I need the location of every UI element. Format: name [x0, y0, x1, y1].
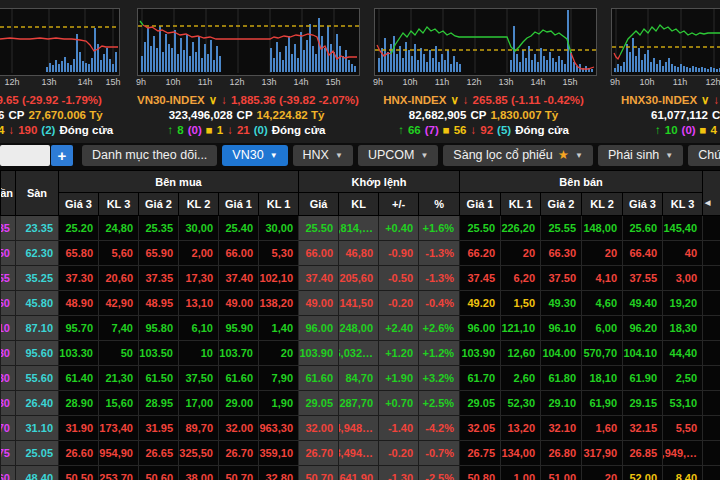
match-cell[interactable]: +3.2%	[419, 366, 460, 391]
bid-cell[interactable]: 42,90	[99, 291, 139, 316]
ask-cell[interactable]: 37.50	[541, 266, 582, 291]
ask-cell[interactable]: 6,00	[582, 316, 623, 341]
match-cell[interactable]: -1.3%	[419, 241, 460, 266]
ask-cell[interactable]: 134,00	[501, 441, 541, 466]
ask-cell[interactable]: 8,40	[663, 466, 703, 480]
match-cell[interactable]: +2.5%	[419, 391, 460, 416]
bid-cell[interactable]: 61.40	[59, 366, 99, 391]
bid-cell[interactable]: 48.95	[139, 291, 179, 316]
bid-cell[interactable]: 31.95	[139, 416, 179, 441]
bid-cell[interactable]: 25.35	[139, 216, 179, 241]
ask-cell[interactable]: 53,10	[663, 391, 703, 416]
match-cell[interactable]: +2.40	[379, 316, 419, 341]
ask-cell[interactable]: 52,30	[501, 391, 541, 416]
ask-cell[interactable]: 19,20	[663, 291, 703, 316]
bid-cell[interactable]: 20	[259, 341, 299, 366]
ask-cell[interactable]: 226,20	[501, 216, 541, 241]
match-cell[interactable]: +0.70	[379, 391, 419, 416]
ask-cell[interactable]: 25.60	[623, 216, 663, 241]
bid-cell[interactable]: 26.70	[219, 441, 259, 466]
chevron-down-icon[interactable]: ∨	[450, 94, 458, 106]
match-cell[interactable]: 61.60	[299, 366, 339, 391]
bid-cell[interactable]: 7,90	[259, 366, 299, 391]
match-cell[interactable]: 84,70	[339, 366, 379, 391]
bid-cell[interactable]: 28.95	[139, 391, 179, 416]
ask-cell[interactable]: 49.20	[460, 291, 501, 316]
ask-cell[interactable]: 26.80	[541, 441, 582, 466]
ask-cell[interactable]: 61.90	[623, 366, 663, 391]
ask-cell[interactable]: 13,20	[501, 416, 541, 441]
ask-cell[interactable]: 4,10	[582, 266, 623, 291]
ask-cell[interactable]: 44,40	[663, 341, 703, 366]
ask-cell[interactable]: 1,949,…	[663, 441, 703, 466]
chevron-down-icon[interactable]: ∨	[701, 94, 709, 106]
ask-cell[interactable]: 32.15	[623, 416, 663, 441]
ask-cell[interactable]: 51.00	[541, 466, 582, 480]
bid-cell[interactable]: 29.00	[219, 391, 259, 416]
match-cell[interactable]: -1.30	[379, 466, 419, 480]
bid-cell[interactable]: 359,10	[259, 441, 299, 466]
match-cell[interactable]: 49.00	[299, 291, 339, 316]
match-cell[interactable]: 641,90	[339, 466, 379, 480]
ask-cell[interactable]: 32.05	[460, 416, 501, 441]
match-cell[interactable]: 26.70	[299, 441, 339, 466]
match-cell[interactable]: +1.2%	[419, 341, 460, 366]
tab-s-ng-l-c-c-phi-u[interactable]: Sàng lọc cổ phiếu★▼	[443, 145, 593, 166]
match-cell[interactable]: -0.20	[379, 291, 419, 316]
match-cell[interactable]: -1.40	[379, 416, 419, 441]
bid-cell[interactable]: 138,20	[259, 291, 299, 316]
bid-cell[interactable]: 48.90	[59, 291, 99, 316]
match-cell[interactable]: 287,70	[339, 391, 379, 416]
match-cell[interactable]: 3,494…	[339, 441, 379, 466]
bid-cell[interactable]: 61.60	[219, 366, 259, 391]
ask-cell[interactable]: 20	[582, 466, 623, 480]
ask-cell[interactable]: 20	[582, 241, 623, 266]
bid-cell[interactable]: 20,60	[99, 266, 139, 291]
match-cell[interactable]: 103.90	[299, 341, 339, 366]
bid-cell[interactable]: 32.00	[219, 416, 259, 441]
ask-cell[interactable]: 61.80	[541, 366, 582, 391]
bid-cell[interactable]: 2,00	[179, 241, 219, 266]
chevron-down-icon[interactable]: ∨	[209, 94, 217, 106]
match-cell[interactable]: 46,80	[339, 241, 379, 266]
bid-cell[interactable]: 21,30	[99, 366, 139, 391]
match-cell[interactable]: 4,948…	[339, 416, 379, 441]
ask-cell[interactable]: 37.55	[623, 266, 663, 291]
bid-cell[interactable]: 25.40	[219, 216, 259, 241]
ask-cell[interactable]: 1,60	[582, 416, 623, 441]
tab-ph-i-sinh[interactable]: Phái sinh▼	[598, 145, 683, 166]
bid-cell[interactable]: 28.90	[59, 391, 99, 416]
bid-cell[interactable]: 954,90	[99, 441, 139, 466]
ask-cell[interactable]: 26.85	[623, 441, 663, 466]
ask-cell[interactable]: 18,30	[663, 316, 703, 341]
search-input[interactable]	[0, 145, 50, 166]
ask-cell[interactable]: 2,50	[663, 366, 703, 391]
bid-cell[interactable]: 95.80	[139, 316, 179, 341]
tab-upcom[interactable]: UPCOM▼	[358, 145, 438, 166]
ask-cell[interactable]: 5,50	[663, 416, 703, 441]
ask-cell[interactable]: 66.30	[541, 241, 582, 266]
ask-cell[interactable]: 121,10	[501, 316, 541, 341]
bid-cell[interactable]: 10	[179, 341, 219, 366]
bid-cell[interactable]: 61.50	[139, 366, 179, 391]
ask-cell[interactable]: 317,90	[582, 441, 623, 466]
match-cell[interactable]: -0.90	[379, 241, 419, 266]
ask-cell[interactable]: 96.20	[623, 316, 663, 341]
tab-vn30[interactable]: VN30▼	[222, 145, 287, 166]
bid-cell[interactable]: 5,60	[99, 241, 139, 266]
ask-cell[interactable]: 1,00	[501, 466, 541, 480]
match-cell[interactable]: 25.50	[299, 216, 339, 241]
ask-cell[interactable]: 4,60	[582, 291, 623, 316]
bid-cell[interactable]: 37.35	[139, 266, 179, 291]
bid-cell[interactable]: 50.70	[219, 466, 259, 480]
match-cell[interactable]: -4.2%	[419, 416, 460, 441]
match-cell[interactable]: 66.00	[299, 241, 339, 266]
match-cell[interactable]: 205,60	[339, 266, 379, 291]
bid-cell[interactable]: 963,30	[259, 416, 299, 441]
ask-cell[interactable]: 66.20	[460, 241, 501, 266]
bid-cell[interactable]: 31.90	[59, 416, 99, 441]
bid-cell[interactable]: 37,50	[179, 366, 219, 391]
bid-cell[interactable]: 30,00	[179, 216, 219, 241]
ask-cell[interactable]: 29.10	[541, 391, 582, 416]
ask-cell[interactable]: 26.75	[460, 441, 501, 466]
